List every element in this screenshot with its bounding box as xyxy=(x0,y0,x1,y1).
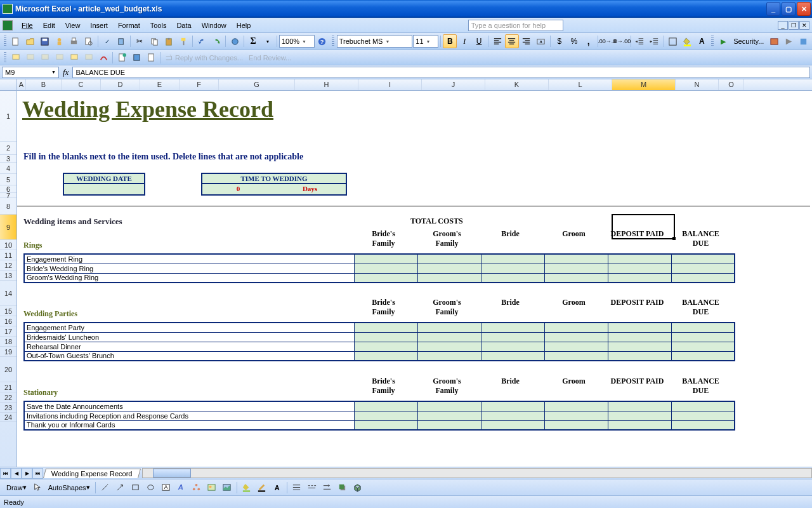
value-cell[interactable] xyxy=(417,273,481,283)
col-header-D[interactable]: D xyxy=(101,79,140,90)
scrollbar-thumb[interactable] xyxy=(153,469,191,478)
shadow-button[interactable] xyxy=(336,481,350,495)
value-cell[interactable] xyxy=(481,323,544,332)
align-center-button[interactable] xyxy=(505,34,519,48)
align-right-button[interactable] xyxy=(520,34,534,48)
value-cell[interactable] xyxy=(354,254,417,264)
value-cell[interactable] xyxy=(671,254,735,264)
menu-edit[interactable]: Edit xyxy=(38,20,60,30)
row-header-11[interactable]: 11 xyxy=(0,250,16,260)
col-header-A[interactable]: A xyxy=(17,79,26,90)
value-cell[interactable] xyxy=(417,323,481,332)
menu-view[interactable]: View xyxy=(60,20,86,30)
value-cell[interactable] xyxy=(354,420,417,430)
menu-tools[interactable]: Tools xyxy=(145,20,172,30)
col-header-M[interactable]: M xyxy=(612,79,676,90)
value-cell[interactable] xyxy=(608,411,671,420)
copy-button[interactable] xyxy=(147,34,161,48)
reply-changes-button[interactable]: Reply with Changes... xyxy=(162,51,246,65)
name-box[interactable]: M9▼ xyxy=(2,67,59,78)
tab-prev-button[interactable]: ◀ xyxy=(11,468,22,479)
select-all-corner[interactable] xyxy=(0,79,17,90)
value-cell[interactable] xyxy=(608,420,671,430)
row-header-14[interactable]: 14 xyxy=(0,281,16,306)
col-header-N[interactable]: N xyxy=(676,79,719,90)
value-cell[interactable] xyxy=(417,351,481,361)
value-cell[interactable] xyxy=(481,264,544,273)
value-cell[interactable] xyxy=(544,332,608,342)
value-cell[interactable] xyxy=(608,323,671,332)
tab-next-button[interactable]: ▶ xyxy=(22,468,32,479)
protect-workbook-button[interactable] xyxy=(129,51,143,65)
value-cell[interactable] xyxy=(608,264,671,273)
value-cell[interactable] xyxy=(417,411,481,420)
col-header-H[interactable]: H xyxy=(295,79,358,90)
line-color-button[interactable] xyxy=(255,481,269,495)
value-cell[interactable] xyxy=(417,342,481,351)
row-header-12[interactable]: 12 xyxy=(0,260,16,271)
value-cell[interactable] xyxy=(417,254,481,264)
mdi-close-button[interactable]: ✕ xyxy=(799,21,809,30)
autoshapes-button[interactable]: AutoShapes ▾ xyxy=(46,481,93,495)
value-cell[interactable] xyxy=(544,351,608,361)
tab-first-button[interactable]: ⏮ xyxy=(0,468,11,479)
format-painter-button[interactable] xyxy=(176,34,190,48)
dash-style-button[interactable] xyxy=(305,481,319,495)
fill-color-draw-button[interactable] xyxy=(240,481,254,495)
row-header-7[interactable]: 7 xyxy=(0,193,16,198)
row-header-4[interactable]: 4 xyxy=(0,163,16,174)
bold-button[interactable]: B xyxy=(443,34,457,48)
toolbar-grip-2[interactable] xyxy=(332,36,334,47)
menu-insert[interactable]: Insert xyxy=(85,20,113,30)
play-macro-button[interactable]: ▶ xyxy=(716,34,730,48)
increase-indent-button[interactable] xyxy=(648,34,662,48)
row-header-5[interactable]: 5 xyxy=(0,174,16,185)
value-cell[interactable] xyxy=(481,254,544,264)
value-cell[interactable] xyxy=(417,264,481,273)
textbox-button[interactable]: A xyxy=(159,481,173,495)
next-comment-button[interactable] xyxy=(38,51,52,65)
rectangle-button[interactable] xyxy=(129,481,143,495)
value-cell[interactable] xyxy=(481,273,544,283)
value-cell[interactable] xyxy=(671,401,735,411)
value-cell[interactable] xyxy=(481,401,544,411)
show-comment-button[interactable] xyxy=(53,51,67,65)
row-header-1[interactable]: 1 xyxy=(0,91,16,142)
col-header-L[interactable]: L xyxy=(549,79,612,90)
borders-button[interactable] xyxy=(666,34,680,48)
save-button[interactable] xyxy=(38,34,52,48)
hyperlink-button[interactable] xyxy=(228,34,242,48)
new-button[interactable] xyxy=(9,34,23,48)
value-cell[interactable] xyxy=(481,332,544,342)
value-cell[interactable] xyxy=(354,411,417,420)
research-button[interactable] xyxy=(115,34,129,48)
value-cell[interactable] xyxy=(671,342,735,351)
comma-button[interactable]: , xyxy=(582,34,596,48)
item-label[interactable]: Groom's Wedding Ring xyxy=(24,273,354,283)
item-label[interactable]: Bridesmaids' Luncheon xyxy=(24,332,354,342)
row-header-17[interactable]: 17 xyxy=(0,326,16,337)
item-label[interactable]: Out-of-Town Guests' Brunch xyxy=(24,351,354,361)
col-header-I[interactable]: I xyxy=(358,79,422,90)
security-button[interactable]: Security... xyxy=(731,34,766,48)
value-cell[interactable] xyxy=(481,342,544,351)
row-header-22[interactable]: 22 xyxy=(0,392,16,403)
col-header-F[interactable]: F xyxy=(180,79,219,90)
autosum-dropdown[interactable]: ▼ xyxy=(261,34,275,48)
vba-button[interactable] xyxy=(767,34,781,48)
zoom-combo[interactable]: 100%▼ xyxy=(279,35,315,48)
menu-data[interactable]: Data xyxy=(171,20,196,30)
value-cell[interactable] xyxy=(354,342,417,351)
value-cell[interactable] xyxy=(481,351,544,361)
show-all-comments-button[interactable] xyxy=(67,51,81,65)
value-cell[interactable] xyxy=(354,401,417,411)
autosum-button[interactable]: Σ xyxy=(246,34,260,48)
menu-file[interactable]: File xyxy=(16,20,38,30)
arrow-style-button[interactable] xyxy=(320,481,334,495)
wordart-button[interactable]: A xyxy=(174,481,188,495)
delete-comment-button[interactable] xyxy=(82,51,96,65)
value-cell[interactable] xyxy=(608,401,671,411)
value-cell[interactable] xyxy=(544,254,608,264)
toolbar-grip[interactable] xyxy=(4,36,6,47)
cut-button[interactable]: ✂ xyxy=(133,34,147,48)
